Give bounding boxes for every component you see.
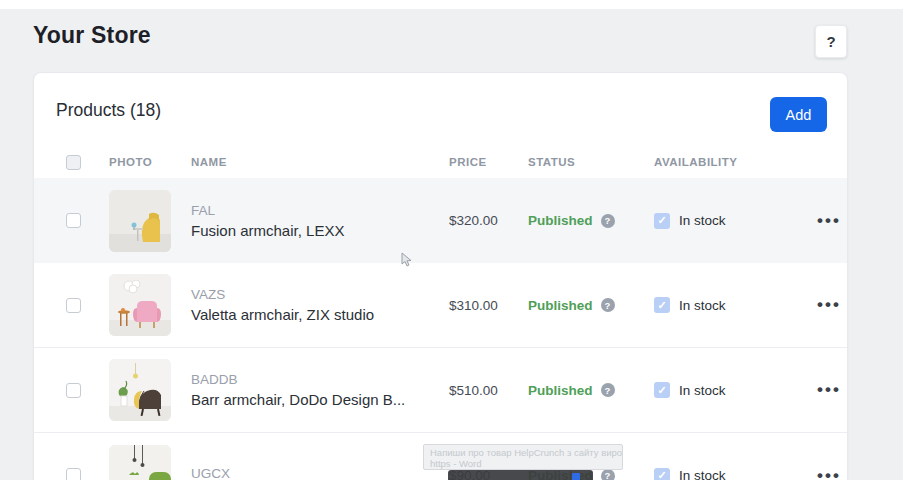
row-checkbox[interactable]	[66, 298, 81, 313]
product-photo	[109, 359, 171, 421]
status-help-icon[interactable]: ?	[601, 298, 615, 312]
product-name: Valetta armchair, ZIX studio	[191, 306, 449, 323]
status-badge: Published	[528, 383, 593, 398]
product-price: $510.00	[449, 383, 528, 398]
in-stock-checkbox[interactable]: ✓	[654, 468, 670, 480]
availability-label: In stock	[679, 213, 726, 228]
in-stock-checkbox[interactable]: ✓	[654, 382, 670, 398]
status-badge: Published	[528, 213, 593, 228]
product-sku: FAL	[191, 203, 449, 218]
top-strip	[0, 0, 903, 9]
availability-label: In stock	[679, 468, 726, 480]
products-card-header: Products (18) Add	[34, 73, 847, 146]
word-app-icon	[572, 473, 580, 480]
tooltip-line: Напиши про товар HelpCrunch з сайту виро…	[430, 447, 616, 458]
os-taskbar-tooltip: Напиши про товар HelpCrunch з сайту виро…	[423, 444, 623, 470]
product-price: $310.00	[449, 298, 528, 313]
tooltip-line: https - Word	[430, 458, 616, 469]
word-window-preview-edge[interactable]	[448, 470, 593, 480]
column-header-name: NAME	[191, 156, 449, 168]
product-photo	[109, 274, 171, 336]
in-stock-checkbox[interactable]: ✓	[654, 213, 670, 229]
row-checkbox[interactable]	[66, 383, 81, 398]
column-header-price: PRICE	[449, 156, 528, 168]
select-all-checkbox[interactable]	[66, 155, 81, 170]
product-name: Fusion armchair, LEXX	[191, 222, 449, 239]
row-checkbox[interactable]	[66, 468, 81, 480]
product-name: Barr armchair, DoDo Design B...	[191, 391, 449, 408]
product-sku: UGCX	[191, 466, 449, 480]
column-header-availability: AVAILABILITY	[654, 156, 784, 168]
column-header-photo: PHOTO	[109, 156, 191, 168]
availability-label: In stock	[679, 383, 726, 398]
table-row: BADDB Barr armchair, DoDo Design B... $5…	[34, 348, 847, 433]
row-actions-menu-icon[interactable]: •••	[817, 216, 847, 226]
in-stock-checkbox[interactable]: ✓	[654, 297, 670, 313]
mouse-cursor	[401, 252, 413, 272]
status-badge: Published	[528, 298, 593, 313]
product-photo	[109, 190, 171, 252]
availability-label: In stock	[679, 298, 726, 313]
status-help-icon[interactable]: ?	[601, 214, 615, 228]
status-help-icon[interactable]: ?	[601, 383, 615, 397]
product-sku: VAZS	[191, 287, 449, 302]
table-header-row: PHOTO NAME PRICE STATUS AVAILABILITY	[34, 146, 847, 178]
page-title: Your Store	[33, 22, 151, 49]
store-admin-page: Your Store ? Products (18) Add PHOTO NAM…	[0, 0, 903, 480]
row-actions-menu-icon[interactable]: •••	[817, 385, 847, 395]
products-card: Products (18) Add PHOTO NAME PRICE STATU…	[33, 72, 848, 480]
table-row: FAL Fusion armchair, LEXX $320.00 Publis…	[34, 178, 847, 263]
row-actions-menu-icon[interactable]: •••	[817, 300, 847, 310]
question-icon: ?	[826, 33, 835, 50]
product-photo	[109, 445, 171, 480]
add-product-button[interactable]: Add	[770, 97, 827, 132]
status-help-icon[interactable]: ?	[601, 469, 615, 480]
product-sku: BADDB	[191, 372, 449, 387]
column-header-status: STATUS	[528, 156, 654, 168]
help-button[interactable]: ?	[815, 25, 847, 58]
row-checkbox[interactable]	[66, 213, 81, 228]
row-actions-menu-icon[interactable]: •••	[817, 471, 847, 480]
product-price: $320.00	[449, 213, 528, 228]
table-row: VAZS Valetta armchair, ZIX studio $310.0…	[34, 263, 847, 348]
products-count-title: Products (18)	[56, 100, 161, 121]
